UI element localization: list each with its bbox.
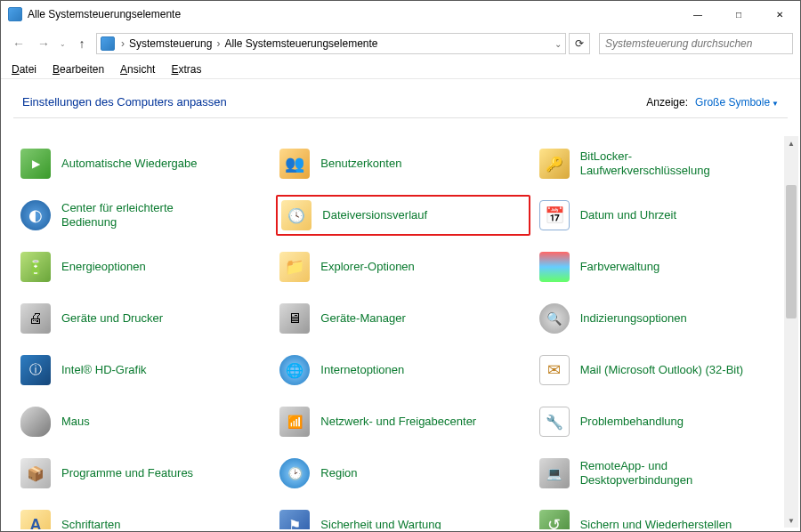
cp-item-filehist[interactable]: Dateiversionsverlauf: [276, 195, 530, 236]
window-controls: — □ ✕: [677, 1, 800, 28]
devmgr-icon: [279, 303, 310, 334]
datetime-icon: [539, 200, 570, 230]
chevron-right-icon[interactable]: ›: [118, 37, 127, 50]
cp-item-users[interactable]: Benutzerkonten: [276, 143, 530, 184]
breadcrumb-dropdown-icon[interactable]: ⌄: [554, 39, 562, 49]
cp-item-inet[interactable]: Internetoptionen: [276, 350, 530, 391]
cp-item-autoplay[interactable]: Automatische Wiedergabe: [17, 143, 271, 184]
close-button[interactable]: ✕: [759, 1, 800, 28]
cp-item-programs[interactable]: Programme und Features: [17, 453, 271, 494]
control-panel-icon: [101, 36, 115, 51]
content-scroll-area: Automatische WiedergabeBenutzerkontenBit…: [3, 134, 798, 529]
refresh-button[interactable]: ⟳: [569, 33, 590, 54]
security-icon: [279, 510, 310, 529]
cp-item-mouse[interactable]: Maus: [17, 401, 271, 442]
cp-item-mail[interactable]: Mail (Microsoft Outlook) (32-Bit): [536, 350, 789, 391]
cp-item-label: Programme und Features: [61, 466, 193, 480]
cp-item-power[interactable]: Energieoptionen: [17, 246, 271, 287]
cp-item-label: Indizierungsoptionen: [580, 311, 687, 326]
divider: [13, 117, 788, 118]
address-toolbar: ← → ⌄ ↑ › Systemsteuerung › Alle Systems…: [1, 28, 800, 60]
maximize-button[interactable]: □: [718, 1, 759, 28]
cp-item-label: Netzwerk- und Freigabecenter: [320, 415, 476, 429]
cp-item-label: Explorer-Optionen: [320, 260, 415, 274]
cp-item-ease[interactable]: Center für erleichterte Bedienung: [17, 195, 271, 236]
cp-item-security[interactable]: Sicherheit und Wartung: [276, 504, 530, 529]
vertical-scrollbar[interactable]: ▲ ▼: [784, 136, 798, 528]
bitlocker-icon: [539, 149, 570, 179]
back-button[interactable]: ←: [8, 33, 29, 54]
cp-item-intel[interactable]: Intel® HD-Grafik: [17, 350, 271, 391]
network-icon: [279, 407, 310, 437]
cp-item-fonts[interactable]: Schriftarten: [17, 504, 271, 529]
autoplay-icon: [20, 149, 51, 179]
view-mode-dropdown[interactable]: Große Symbole▼: [695, 96, 779, 109]
menu-file[interactable]: Datei: [12, 63, 36, 76]
breadcrumb-current[interactable]: Alle Systemsteuerungselemente: [224, 37, 377, 50]
trouble-icon: [539, 407, 570, 437]
menubar: Datei Bearbeiten Ansicht Extras: [1, 60, 800, 79]
forward-button[interactable]: →: [33, 33, 54, 54]
color-icon: [539, 252, 570, 282]
menu-extras[interactable]: Extras: [171, 63, 201, 76]
cp-item-label: Geräte und Drucker: [61, 311, 163, 326]
cp-item-remote[interactable]: RemoteApp- und Desktopverbindungen: [536, 453, 789, 494]
menu-view[interactable]: Ansicht: [120, 63, 155, 76]
cp-item-label: Geräte-Manager: [320, 311, 405, 326]
content-header: Einstellungen des Computers anpassen Anz…: [1, 79, 800, 117]
cp-item-index[interactable]: Indizierungsoptionen: [536, 298, 789, 339]
cp-item-label: Automatische Wiedergabe: [61, 157, 197, 171]
cp-item-label: Region: [320, 466, 357, 480]
scroll-thumb[interactable]: [786, 185, 797, 318]
cp-item-label: BitLocker-Laufwerkverschlüsselung: [580, 149, 749, 179]
region-icon: [279, 458, 310, 488]
remote-icon: [539, 458, 570, 488]
cp-item-color[interactable]: Farbverwaltung: [536, 246, 789, 287]
cp-item-devprint[interactable]: Geräte und Drucker: [17, 298, 271, 339]
index-icon: [539, 303, 570, 334]
cp-item-region[interactable]: Region: [276, 453, 530, 494]
cp-item-label: Energieoptionen: [61, 260, 146, 274]
items-grid: Automatische WiedergabeBenutzerkontenBit…: [3, 134, 798, 529]
cp-item-label: Center für erleichterte Bedienung: [61, 201, 231, 230]
history-dropdown-icon[interactable]: ⌄: [58, 40, 68, 48]
scroll-up-button[interactable]: ▲: [784, 136, 798, 150]
cp-item-backup[interactable]: Sichern und Wiederherstellen: [536, 504, 789, 529]
cp-item-label: Dateiversionsverlauf: [322, 208, 427, 222]
cp-item-label: Schriftarten: [61, 518, 120, 529]
backup-icon: [539, 510, 570, 529]
control-panel-icon: [8, 7, 22, 21]
page-heading: Einstellungen des Computers anpassen: [22, 95, 227, 109]
breadcrumb[interactable]: › Systemsteuerung › Alle Systemsteuerung…: [96, 33, 566, 54]
menu-edit[interactable]: Bearbeiten: [53, 63, 104, 76]
mail-icon: [539, 355, 570, 385]
cp-item-explorer[interactable]: Explorer-Optionen: [276, 246, 530, 287]
scroll-down-button[interactable]: ▼: [784, 513, 798, 528]
chevron-right-icon[interactable]: ›: [214, 37, 222, 50]
inet-icon: [279, 355, 310, 385]
ease-icon: [20, 200, 51, 230]
cp-item-bitlocker[interactable]: BitLocker-Laufwerkverschlüsselung: [536, 143, 789, 184]
cp-item-label: RemoteApp- und Desktopverbindungen: [580, 459, 749, 488]
cp-item-label: Sicherheit und Wartung: [320, 518, 441, 529]
cp-item-trouble[interactable]: Problembehandlung: [536, 401, 789, 442]
up-button[interactable]: ↑: [71, 36, 93, 51]
cp-item-devmgr[interactable]: Geräte-Manager: [276, 298, 530, 339]
cp-item-label: Farbverwaltung: [580, 260, 660, 274]
titlebar: Alle Systemsteuerungselemente — □ ✕: [1, 1, 800, 28]
mouse-icon: [20, 407, 51, 437]
devprint-icon: [20, 303, 51, 334]
view-label: Anzeige:: [646, 96, 688, 109]
explorer-icon: [279, 252, 310, 282]
minimize-button[interactable]: —: [677, 1, 718, 28]
cp-item-label: Sichern und Wiederherstellen: [580, 518, 732, 529]
cp-item-label: Intel® HD-Grafik: [61, 363, 147, 377]
power-icon: [20, 252, 51, 282]
cp-item-datetime[interactable]: Datum und Uhrzeit: [536, 195, 789, 236]
users-icon: [279, 149, 310, 179]
breadcrumb-root[interactable]: Systemsteuerung: [129, 37, 212, 50]
filehist-icon: [281, 200, 312, 230]
search-input[interactable]: [599, 33, 793, 54]
cp-item-label: Maus: [61, 415, 90, 429]
cp-item-network[interactable]: Netzwerk- und Freigabecenter: [276, 401, 530, 442]
